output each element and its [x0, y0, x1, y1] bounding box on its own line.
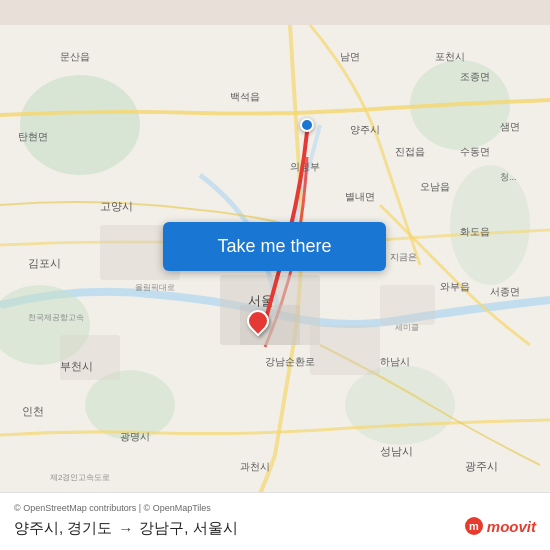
- svg-text:제2경인고속도로: 제2경인고속도로: [50, 473, 110, 482]
- map-attribution: © OpenStreetMap contributors | © OpenMap…: [14, 503, 536, 513]
- svg-text:오남읍: 오남읍: [420, 181, 450, 192]
- svg-text:양주시: 양주시: [350, 124, 380, 135]
- svg-text:서울: 서울: [248, 293, 274, 308]
- svg-text:김포시: 김포시: [28, 257, 61, 269]
- svg-text:청...: 청...: [500, 172, 517, 182]
- svg-text:광명시: 광명시: [120, 431, 150, 442]
- route-origin: 양주시, 경기도: [14, 519, 112, 538]
- svg-text:포천시: 포천시: [435, 51, 465, 62]
- svg-text:진접읍: 진접읍: [395, 146, 425, 157]
- moovit-logo: m moovit: [464, 516, 536, 536]
- svg-text:인천: 인천: [22, 405, 44, 417]
- svg-text:샘면: 샘면: [500, 121, 520, 132]
- svg-text:성남시: 성남시: [380, 445, 413, 457]
- svg-point-3: [450, 165, 530, 285]
- svg-text:백석읍: 백석읍: [230, 91, 260, 102]
- svg-text:지금은: 지금은: [390, 252, 417, 262]
- svg-text:의정부: 의정부: [290, 161, 320, 172]
- svg-text:조종면: 조종면: [460, 71, 490, 82]
- svg-rect-11: [60, 335, 120, 380]
- origin-marker: [300, 118, 314, 132]
- route-info: 양주시, 경기도 → 강남구, 서울시: [14, 519, 536, 538]
- svg-text:과천시: 과천시: [240, 461, 270, 472]
- svg-text:문산읍: 문산읍: [60, 51, 90, 62]
- svg-text:세미클: 세미클: [395, 323, 419, 332]
- moovit-brand-name: moovit: [487, 518, 536, 535]
- take-me-there-button[interactable]: Take me there: [163, 222, 386, 271]
- svg-text:광주시: 광주시: [465, 460, 498, 472]
- svg-rect-12: [380, 285, 435, 325]
- svg-text:서종면: 서종면: [490, 286, 520, 297]
- svg-text:탄현면: 탄현면: [18, 131, 48, 142]
- svg-text:별내면: 별내면: [345, 191, 375, 202]
- moovit-logo-icon: m: [464, 516, 484, 536]
- svg-text:m: m: [469, 520, 479, 532]
- route-destination: 강남구, 서울시: [139, 519, 237, 538]
- destination-marker: [247, 310, 269, 332]
- svg-text:올림픽대로: 올림픽대로: [135, 283, 175, 292]
- svg-text:부천시: 부천시: [60, 360, 93, 372]
- svg-text:하남시: 하남시: [380, 356, 410, 367]
- svg-point-1: [20, 75, 140, 175]
- svg-text:수동면: 수동면: [460, 146, 490, 157]
- route-arrow: →: [118, 520, 133, 537]
- svg-point-5: [85, 370, 175, 440]
- svg-text:남면: 남면: [340, 51, 360, 62]
- svg-text:와부읍: 와부읍: [440, 281, 470, 292]
- svg-point-6: [345, 365, 455, 445]
- svg-text:천국제공항고속: 천국제공항고속: [28, 313, 84, 322]
- svg-rect-10: [310, 325, 380, 375]
- svg-text:고양시: 고양시: [100, 200, 133, 212]
- map-background: 문산읍 탄현면 백석읍 양주시 조종면 고양시 의정부 별내면 오남읍 화도읍 …: [0, 0, 550, 550]
- svg-text:화도읍: 화도읍: [460, 226, 490, 237]
- map-container: 문산읍 탄현면 백석읍 양주시 조종면 고양시 의정부 별내면 오남읍 화도읍 …: [0, 0, 550, 550]
- svg-text:강남순환로: 강남순환로: [265, 356, 315, 367]
